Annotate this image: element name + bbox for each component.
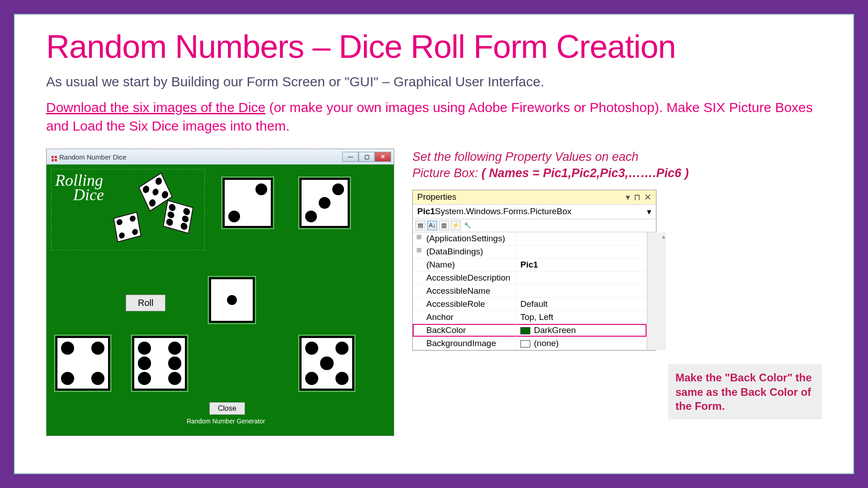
footer-label: Random Number Generator [187, 418, 265, 425]
prop-name-cell[interactable]: (Name) [413, 258, 517, 272]
roll-button[interactable]: Roll [126, 295, 165, 311]
prop-value-cell[interactable]: (none) [517, 337, 647, 350]
form-titlebar: Random Number Dice — ▢ ✕ [47, 149, 394, 164]
close-panel-icon[interactable]: ✕ [644, 192, 651, 202]
pic4-die-icon [56, 336, 110, 390]
form-icon [49, 154, 56, 160]
prop-value-cell[interactable] [517, 245, 647, 258]
pic6-die-icon [132, 336, 187, 390]
pin-icon[interactable]: ⊓ [634, 192, 641, 202]
prop-name-cell[interactable]: AccessibleName [413, 285, 517, 298]
alphabetical-icon[interactable]: A↓ [427, 221, 437, 230]
property-instructions: Set the following Property Values on eac… [412, 149, 822, 182]
instr-line1: Set the following Property Values on eac… [412, 150, 638, 164]
prop-name-cell[interactable]: AccessibleDescription [413, 272, 517, 285]
prop-name-cell[interactable]: BackColor [413, 324, 517, 337]
properties-title: Properties [417, 192, 457, 202]
chevron-down-icon: ▾ [647, 206, 651, 217]
prop-value-cell[interactable] [517, 285, 647, 298]
instr-line2a: Picture Box: [412, 166, 481, 180]
dropdown-icon[interactable]: ▾ [626, 192, 630, 202]
scrollbar-track[interactable] [647, 285, 666, 298]
scrollbar-track[interactable] [647, 258, 666, 272]
properties-grid: (ApplicationSettings)▲(DataBindings)(Nam… [413, 232, 656, 350]
selected-object-type: System.Windows.Forms.PictureBox [435, 206, 571, 216]
prop-value-cell[interactable] [517, 272, 647, 285]
form-title: Random Number Dice [59, 153, 126, 161]
prop-value-cell[interactable]: Pic1 [517, 258, 647, 272]
prop-name-cell[interactable]: AccessibleRole [413, 298, 517, 311]
prop-value-cell[interactable]: Default [517, 298, 647, 311]
scrollbar-track[interactable] [647, 272, 666, 285]
selected-object-name: Pic1 [417, 206, 435, 216]
pic5-die-icon [300, 336, 354, 390]
scrollbar-track[interactable] [647, 311, 666, 324]
close-window-button[interactable]: ✕ [375, 152, 391, 162]
logo-die-icon [163, 200, 193, 234]
prop-value-cell[interactable]: DarkGreen [517, 324, 647, 337]
properties-toolbar: ▤ A↓ ▥ ⚡ 🔧 [413, 219, 656, 232]
form-window: Random Number Dice — ▢ ✕ Rolling Dice [46, 149, 394, 436]
wrench-icon[interactable]: 🔧 [462, 221, 472, 230]
logo-text-2: Dice [73, 188, 201, 202]
color-swatch-icon [520, 327, 530, 334]
property-pages-icon[interactable]: ▥ [439, 221, 449, 230]
window-buttons: — ▢ ✕ [342, 152, 391, 162]
categorized-icon[interactable]: ▤ [415, 221, 425, 230]
properties-object-selector[interactable]: Pic1 System.Windows.Forms.PictureBox ▾ [413, 205, 656, 219]
page-title: Random Numbers – Dice Roll Form Creation [46, 28, 822, 65]
scrollbar-track[interactable] [647, 324, 666, 337]
form-body: Rolling Dice [47, 164, 394, 436]
prop-name-cell[interactable]: Anchor [413, 311, 517, 324]
events-icon[interactable]: ⚡ [451, 221, 461, 230]
prop-name-cell[interactable]: (ApplicationSettings) [413, 232, 517, 245]
intro-text: As usual we start by Building our Form S… [46, 74, 822, 89]
download-link[interactable]: Download the six images of the Dice [46, 100, 265, 115]
backcolor-callout: Make the "Back Color" the same as the Ba… [668, 364, 822, 419]
prop-name-cell[interactable]: (DataBindings) [413, 245, 517, 258]
prop-name-cell[interactable]: BackgroundImage [413, 337, 517, 350]
logo-die-icon [113, 211, 142, 242]
prop-value-cell[interactable] [517, 232, 647, 245]
download-text: Download the six images of the Dice (or … [46, 99, 822, 135]
instr-names: ( Names = Pic1,Pic2,Pic3,…….Pic6 ) [481, 166, 689, 180]
minimize-button[interactable]: — [342, 152, 359, 162]
scrollbar-track[interactable] [647, 245, 666, 258]
scrollbar-track[interactable]: ▲ [647, 232, 666, 245]
logo-picturebox: Rolling Dice [51, 169, 205, 250]
scrollbar-track[interactable] [647, 337, 666, 350]
close-button[interactable]: Close [209, 402, 245, 415]
prop-value-cell[interactable]: Top, Left [517, 311, 647, 324]
pic2-die-icon [223, 178, 273, 228]
empty-swatch-icon [520, 340, 530, 347]
properties-panel: Properties ▾ ⊓ ✕ Pic1 System.Windows.For… [412, 190, 656, 351]
properties-header: Properties ▾ ⊓ ✕ [413, 190, 656, 205]
slide: Random Numbers – Dice Roll Form Creation… [14, 14, 854, 474]
maximize-button[interactable]: ▢ [359, 152, 375, 162]
pic1-die-icon [209, 277, 255, 323]
scrollbar-track[interactable] [647, 298, 666, 311]
pic3-die-icon [300, 178, 349, 228]
